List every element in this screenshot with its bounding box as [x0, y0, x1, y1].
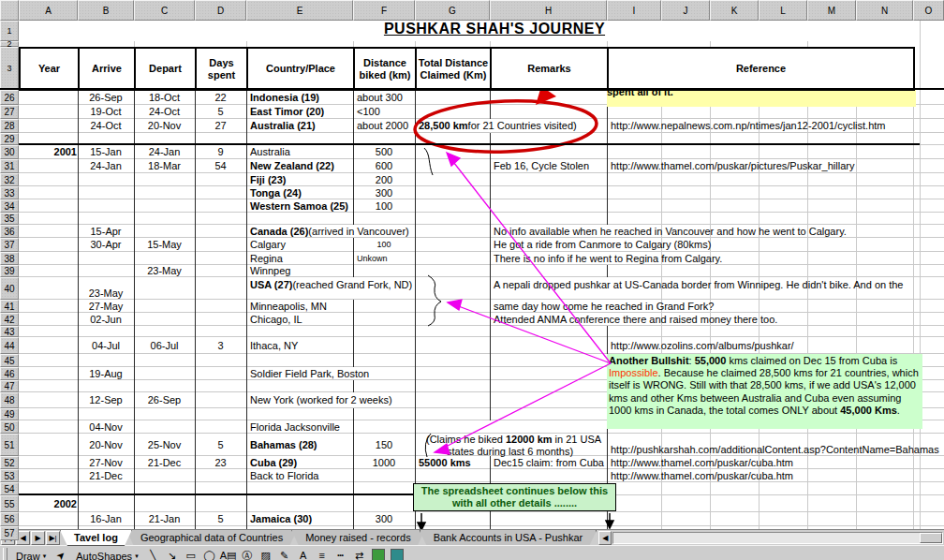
cell-H31[interactable]: Feb 16, Cycle Stolen: [491, 159, 609, 172]
row-header-26[interactable]: 26: [0, 90, 19, 105]
tab-scroll-left-button[interactable]: ◀: [598, 531, 612, 545]
cell-B48[interactable]: 12-Sep: [79, 392, 133, 407]
cell-I52[interactable]: http://www.thamel.com/puskar/cuba.htm: [608, 456, 944, 468]
oval-icon[interactable]: ◯: [201, 547, 218, 560]
col-header-N[interactable]: N: [856, 0, 913, 21]
col-header-G[interactable]: G: [415, 0, 490, 21]
cell-B42[interactable]: 02-Jun: [79, 313, 133, 325]
arrow-style-icon[interactable]: ⇄: [351, 547, 368, 560]
row-header-47[interactable]: 47: [0, 380, 19, 392]
sheet-tab-3[interactable]: Bank Accounts in USA - Pushkar: [420, 530, 597, 546]
cell-B40[interactable]: 23-May: [79, 277, 133, 300]
cell-F31[interactable]: 600: [354, 159, 414, 172]
cell-H36[interactable]: No info available when he reached in Van…: [491, 225, 609, 237]
cell-E42[interactable]: Chicago, IL: [247, 313, 355, 325]
row-header-27[interactable]: 27: [0, 105, 19, 119]
cell-B56[interactable]: 16-Jan: [79, 512, 133, 525]
col-header-H[interactable]: H: [490, 0, 607, 21]
cell-E36[interactable]: Canada (26) (arrived in Vancouver): [247, 225, 355, 237]
cell-D31[interactable]: 54: [196, 159, 245, 172]
cell-E37[interactable]: Calgary: [247, 238, 355, 251]
cell-E51[interactable]: Bahamas (28): [247, 434, 355, 455]
cell-F26[interactable]: about 300: [354, 90, 417, 104]
cell-C56[interactable]: 21-Jan: [135, 512, 194, 525]
row-header-50[interactable]: 50: [0, 420, 19, 434]
cell-D26[interactable]: 22: [196, 90, 245, 104]
cell-C28[interactable]: 20-Nov: [135, 119, 194, 132]
arrow-icon[interactable]: ↘: [164, 547, 181, 560]
row-header-33[interactable]: 33: [0, 186, 19, 199]
row-header-44[interactable]: 44: [0, 337, 19, 354]
col-header-E[interactable]: E: [246, 0, 353, 21]
row-header-55[interactable]: 55: [0, 495, 19, 512]
row-header-1[interactable]: 1: [0, 21, 19, 41]
cell-E33[interactable]: Tonga (24): [247, 186, 355, 199]
cell-E26[interactable]: Indonesia (19): [247, 90, 355, 104]
cell-H38[interactable]: There is no info if he went to Regina fr…: [491, 252, 609, 264]
cell-E48[interactable]: New York (worked for 2 weeks): [247, 392, 355, 407]
row-header-41[interactable]: 41: [0, 300, 19, 313]
cell-D52[interactable]: 23: [196, 456, 245, 468]
cell-A30[interactable]: 2001: [20, 145, 81, 158]
cell-F52[interactable]: 1000: [354, 456, 414, 468]
cell-C39[interactable]: 23-May: [135, 265, 194, 276]
sheet-tab-2[interactable]: Money raised - records: [291, 530, 425, 546]
row-header-42[interactable]: 42: [0, 313, 19, 326]
cell-B27[interactable]: 19-Oct: [79, 105, 133, 118]
dash-style-icon[interactable]: ┅: [332, 547, 349, 560]
col-header-L[interactable]: L: [759, 0, 807, 21]
cell-H41[interactable]: same day how come he reached in Grand Fo…: [491, 300, 609, 312]
row-header-45[interactable]: 45: [0, 354, 19, 367]
row-header-36[interactable]: 36: [0, 225, 19, 238]
cell-F34[interactable]: 100: [354, 199, 414, 212]
cell-E46[interactable]: Soldier Field Park, Boston: [247, 367, 355, 379]
row-header-31[interactable]: 31: [0, 159, 19, 173]
line-color-icon[interactable]: ✎: [276, 547, 293, 560]
col-header-I[interactable]: I: [607, 0, 661, 21]
cell-B50[interactable]: 04-Nov: [79, 420, 133, 433]
cell-F38[interactable]: Unkown: [354, 252, 417, 264]
row-header-56[interactable]: 56: [0, 512, 19, 526]
cell-D28[interactable]: 27: [196, 119, 245, 132]
cell-E32[interactable]: Fiji (23): [247, 173, 355, 185]
row-header-28[interactable]: 28: [0, 119, 19, 133]
cell-F27[interactable]: <100: [354, 105, 417, 118]
horizontal-scrollbar[interactable]: [612, 532, 943, 544]
cell-B26[interactable]: 26-Sep: [79, 90, 133, 104]
cell-I31[interactable]: http://www.thamel.com/puskar/pictures/Pu…: [608, 159, 944, 172]
row-header-52[interactable]: 52: [0, 456, 19, 469]
tab-nav-button-2[interactable]: ▶: [31, 531, 45, 545]
draw-menu-button[interactable]: Draw▾: [10, 546, 52, 560]
row-header-53[interactable]: 53: [0, 469, 19, 482]
col-header-A[interactable]: A: [19, 0, 78, 21]
textbox-icon[interactable]: A▤: [220, 547, 237, 560]
cell-D27[interactable]: 5: [196, 105, 245, 118]
cell-E31[interactable]: New Zealand (22): [247, 159, 355, 172]
wordart-icon[interactable]: Ⓐ: [239, 547, 256, 560]
cell-H40[interactable]: A nepali dropped pushkar at US-Canada bo…: [491, 277, 609, 301]
cell-E34[interactable]: Western Samoa (25): [247, 199, 355, 212]
row-header-57[interactable]: 57: [0, 526, 19, 540]
font-color-icon[interactable]: A: [295, 547, 312, 560]
line-style-icon[interactable]: ≡: [314, 547, 331, 560]
cell-F28[interactable]: about 2000: [354, 119, 417, 132]
cell-E50[interactable]: Florida Jacksonville: [247, 420, 355, 433]
line-icon[interactable]: ╲: [145, 547, 162, 560]
col-header-K[interactable]: K: [710, 0, 759, 21]
cell-E30[interactable]: Australia: [247, 145, 355, 158]
cell-D30[interactable]: 9: [196, 145, 245, 158]
row-header-49[interactable]: 49: [0, 408, 19, 420]
cell-E44[interactable]: Ithaca, NY: [247, 337, 355, 353]
cell-E28[interactable]: Australia (21): [247, 119, 355, 132]
cell-E52[interactable]: Cuba (29): [247, 456, 355, 468]
col-header-D[interactable]: D: [195, 0, 246, 21]
col-header-C[interactable]: C: [134, 0, 195, 21]
row-header-40[interactable]: 40: [0, 277, 19, 300]
sheet-tab-1[interactable]: Geographical data of Countries: [126, 530, 297, 546]
horizontal-scroll-thumb[interactable]: [920, 533, 942, 543]
row-header-51[interactable]: 51: [0, 434, 19, 456]
tab-nav-button-3[interactable]: ▶|: [46, 531, 60, 545]
cell-B44[interactable]: 04-Jul: [79, 337, 133, 353]
row-header-3[interactable]: 3: [0, 47, 19, 89]
cell-F33[interactable]: 300: [354, 186, 414, 199]
